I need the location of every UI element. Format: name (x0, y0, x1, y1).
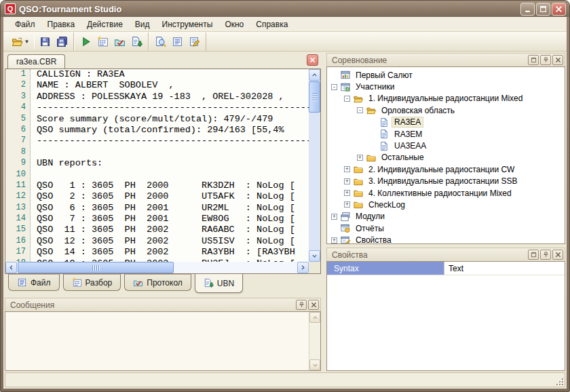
expand-icon[interactable]: + (344, 201, 350, 208)
parse-button[interactable] (94, 33, 111, 50)
expand-icon[interactable]: + (344, 190, 350, 196)
scroll-down-button[interactable] (309, 359, 320, 370)
collapse-icon[interactable]: - (357, 107, 363, 113)
log-document-icon (379, 117, 390, 128)
expand-icon[interactable]: + (331, 214, 337, 220)
properties-button[interactable] (186, 33, 203, 50)
tree-item-category-2[interactable]: + 2. Индивидуальные радиостанции CW (330, 163, 563, 175)
search-log-button[interactable] (152, 33, 169, 50)
document-icon (17, 277, 27, 288)
scroll-right-button[interactable] (297, 262, 309, 273)
pin-icon (543, 57, 549, 63)
pin-button[interactable] (540, 250, 551, 260)
view-tab-bar: Файл Разбор Протокол UBN (5, 274, 321, 295)
close-panel-button[interactable] (552, 55, 563, 65)
view-tab-parse[interactable]: Разбор (63, 274, 121, 291)
competition-tree[interactable]: Первый Салют - Участники - 1. Индивидуал… (326, 66, 565, 244)
horizontal-scroll-thumb[interactable] (18, 262, 174, 273)
close-button[interactable] (552, 3, 566, 16)
title-bar[interactable]: Q QSO:Tournament Studio (1, 1, 569, 17)
tree-item-ra3em[interactable]: RA3EM (330, 128, 563, 140)
property-value[interactable]: Text (444, 262, 565, 275)
view-tab-label: Разбор (86, 278, 113, 288)
folder-icon (366, 105, 377, 115)
ubn-export-button[interactable] (128, 33, 145, 50)
scroll-up-button[interactable] (309, 312, 320, 323)
menu-action[interactable]: Действие (81, 18, 129, 31)
minimize-button[interactable] (520, 3, 535, 16)
menu-help[interactable]: Справка (250, 18, 294, 31)
resize-grip[interactable] (555, 377, 564, 386)
editor-viewport[interactable]: 1CALLSIGN : RA3EA 2NAME : ALBERT SOBOLEV… (5, 69, 309, 262)
client-area: Файл Правка Действие Вид Инструменты Окн… (3, 17, 567, 389)
close-panel-button[interactable] (552, 250, 563, 260)
messages-scrollbar[interactable] (309, 312, 320, 370)
editor-line: 11QSO 1 : 3605 PH 2000 RK3DZH : NoLog [ (5, 180, 309, 191)
report-button[interactable] (169, 33, 186, 50)
tree-item-category-4[interactable]: + 4. Коллективные радиостанции Mixed (330, 187, 563, 199)
save-button[interactable] (37, 33, 54, 50)
chevron-right-icon (300, 264, 306, 271)
log-document-icon (379, 129, 390, 139)
horizontal-scrollbar[interactable] (5, 262, 309, 273)
vertical-scroll-thumb[interactable] (309, 81, 320, 113)
view-tab-protocol[interactable]: Протокол (124, 274, 191, 291)
vertical-scrollbar[interactable] (309, 69, 320, 262)
pin-button[interactable] (296, 300, 307, 310)
competition-panel-header[interactable]: Соревнование (326, 53, 565, 66)
maximize-panel-button[interactable] (528, 55, 539, 65)
menu-edit[interactable]: Правка (41, 18, 81, 31)
tree-item-properties[interactable]: + Свойства (330, 234, 563, 243)
messages-list[interactable] (5, 311, 321, 371)
document-tab-ra3ea[interactable]: ra3ea.CBR (7, 54, 65, 68)
tree-item-modules[interactable]: + Модули (330, 211, 563, 222)
expand-icon[interactable]: + (344, 178, 350, 184)
expand-icon[interactable]: + (331, 237, 337, 243)
close-icon (555, 5, 563, 13)
property-row-syntax[interactable]: Syntax Text (327, 262, 565, 275)
expand-icon[interactable]: + (357, 155, 363, 161)
save-all-button[interactable] (54, 33, 71, 50)
folder-icon (353, 188, 364, 198)
folder-icon (353, 176, 364, 187)
scroll-left-button[interactable] (5, 262, 17, 273)
pane-splitter[interactable] (321, 53, 326, 371)
tree-item-checklog[interactable]: + CheckLog (330, 199, 563, 210)
menu-view[interactable]: Вид (129, 18, 156, 31)
view-tab-ubn[interactable]: UBN (195, 274, 243, 293)
protocol-button[interactable] (111, 33, 128, 50)
close-panel-button[interactable] (308, 300, 319, 310)
editor-line: 4---------------------------------------… (5, 102, 309, 113)
tree-item-ua3eaa[interactable]: UA3EAA (330, 140, 563, 151)
view-tab-file[interactable]: Файл (8, 274, 60, 291)
folder-icon (353, 164, 364, 174)
messages-panel-header[interactable]: Сообщения (5, 298, 321, 311)
tree-item-participants[interactable]: - Участники (330, 81, 563, 92)
menu-file[interactable]: Файл (9, 18, 41, 31)
menu-window[interactable]: Окно (218, 18, 250, 31)
scroll-up-button[interactable] (309, 69, 320, 81)
pin-button[interactable] (540, 55, 551, 65)
collapse-icon[interactable]: - (344, 96, 350, 102)
open-dropdown-icon[interactable]: ▼ (24, 39, 30, 45)
tree-item-oryol-region[interactable]: - Орловская область (330, 104, 563, 116)
properties-panel-header[interactable]: Свойства (326, 248, 565, 261)
maximize-button[interactable] (536, 3, 550, 16)
open-button[interactable]: ▼ (9, 33, 32, 50)
code-editor[interactable]: 1CALLSIGN : RA3EA 2NAME : ALBERT SOBOLEV… (5, 68, 321, 274)
tree-item-reports[interactable]: Отчёты (330, 222, 563, 234)
tree-item-ra3ea[interactable]: RA3EA (330, 117, 563, 128)
menu-tools[interactable]: Инструменты (156, 18, 219, 31)
expand-icon[interactable]: + (344, 166, 350, 172)
tree-item-category-1[interactable]: - 1. Индивидуальные радиостанции Mixed (330, 93, 563, 104)
tree-item-others[interactable]: + Остальные (330, 152, 563, 163)
scroll-down-button[interactable] (309, 250, 320, 262)
maximize-panel-button[interactable] (528, 250, 539, 260)
run-button[interactable] (77, 33, 94, 50)
tree-item-competition-root[interactable]: Первый Салют (330, 69, 563, 81)
collapse-icon[interactable]: - (331, 84, 337, 90)
document-close-button[interactable] (307, 54, 318, 66)
tree-item-category-3[interactable]: + 3. Индивидуальные радиостанции SSB (330, 176, 563, 187)
close-icon (309, 57, 316, 63)
protocol-check-icon (114, 36, 126, 47)
